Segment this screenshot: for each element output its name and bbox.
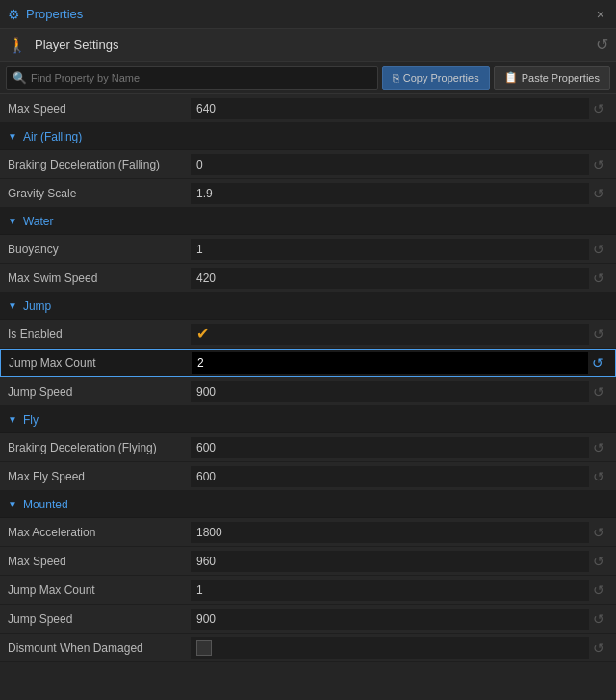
reset-button-water-1[interactable]: ↺ bbox=[589, 269, 608, 288]
prop-label-mounted-3: Jump Speed bbox=[8, 612, 191, 626]
table-row: Jump Speed900↺ bbox=[0, 605, 616, 634]
close-button[interactable]: × bbox=[593, 5, 608, 24]
paste-icon: 📋 bbox=[504, 71, 518, 84]
prop-label-water-1: Max Swim Speed bbox=[8, 272, 191, 285]
table-row: Max Speed 640 ↺ bbox=[0, 94, 616, 123]
prop-checked-icon-jump-0[interactable]: ✔ bbox=[196, 324, 209, 343]
prop-input-jump-1[interactable] bbox=[192, 352, 588, 374]
prop-label-air-falling-0: Braking Deceleration (Falling) bbox=[8, 158, 191, 171]
prop-label-mounted-2: Jump Max Count bbox=[8, 583, 191, 597]
paste-label: Paste Properties bbox=[522, 72, 600, 84]
section-arrow-air-falling: ▼ bbox=[8, 131, 17, 142]
reset-button-fly-0[interactable]: ↺ bbox=[589, 438, 608, 457]
prop-value-mounted-2: 1 bbox=[191, 580, 589, 601]
reset-button-mounted-0[interactable]: ↺ bbox=[589, 523, 608, 542]
table-row: Buoyancy1↺ bbox=[0, 235, 616, 264]
prop-value-fly-1: 600 bbox=[191, 466, 589, 487]
player-icon: 🚶 bbox=[8, 36, 27, 54]
prop-value-mounted-0: 1800 bbox=[191, 522, 589, 543]
table-row: Braking Deceleration (Falling)0↺ bbox=[0, 150, 616, 179]
section-arrow-jump: ▼ bbox=[8, 300, 17, 311]
prop-label-water-0: Buoyancy bbox=[8, 243, 191, 256]
prop-label-maxspeed: Max Speed bbox=[8, 102, 191, 116]
breadcrumb-reset-button[interactable]: ↺ bbox=[596, 36, 608, 54]
prop-value-jump-2: 900 bbox=[191, 381, 589, 402]
prop-label-jump-2: Jump Speed bbox=[8, 385, 191, 399]
properties-icon: ⚙ bbox=[8, 7, 20, 22]
title-bar: ⚙ Properties × bbox=[0, 0, 616, 29]
section-label-water: Water bbox=[23, 215, 54, 228]
reset-button-mounted-2[interactable]: ↺ bbox=[589, 581, 608, 600]
prop-label-mounted-0: Max Acceleration bbox=[8, 526, 191, 539]
table-row: Jump Max Count1↺ bbox=[0, 576, 616, 605]
table-row: Jump Speed900↺ bbox=[0, 377, 616, 406]
section-label-fly: Fly bbox=[23, 413, 38, 427]
reset-button-water-0[interactable]: ↺ bbox=[589, 240, 608, 259]
section-arrow-mounted: ▼ bbox=[8, 499, 17, 509]
search-wrap: 🔍 bbox=[6, 66, 378, 90]
prop-label-mounted-4: Dismount When Damaged bbox=[8, 641, 191, 655]
prop-checkbox-wrap-jump-0: ✔ bbox=[191, 324, 589, 345]
copy-properties-button[interactable]: ⎘ Copy Properties bbox=[382, 66, 490, 90]
table-row: Max Swim Speed420↺ bbox=[0, 264, 616, 293]
table-row: Max Fly Speed600↺ bbox=[0, 462, 616, 491]
table-row: Max Speed960↺ bbox=[0, 547, 616, 576]
copy-icon: ⎘ bbox=[393, 72, 399, 84]
search-icon: 🔍 bbox=[13, 71, 27, 85]
section-label-air-falling: Air (Falling) bbox=[23, 130, 82, 143]
prop-value-maxspeed: 640 bbox=[191, 98, 589, 119]
copy-label: Copy Properties bbox=[403, 72, 479, 84]
table-row: Gravity Scale1.9↺ bbox=[0, 179, 616, 208]
reset-button-air-falling-1[interactable]: ↺ bbox=[589, 184, 608, 203]
section-header-fly[interactable]: ▼ Fly bbox=[0, 406, 616, 433]
section-header-mounted[interactable]: ▼ Mounted bbox=[0, 491, 616, 518]
title-bar-label: Properties bbox=[26, 7, 593, 21]
prop-value-fly-0: 600 bbox=[191, 437, 589, 458]
section-arrow-fly: ▼ bbox=[8, 414, 17, 425]
section-label-mounted: Mounted bbox=[23, 498, 68, 511]
prop-label-jump-0: Is Enabled bbox=[8, 327, 191, 341]
table-row: Is Enabled✔↺ bbox=[0, 320, 616, 349]
section-label-jump: Jump bbox=[23, 299, 51, 313]
properties-content: Max Speed 640 ↺ ▼ Air (Falling)Braking D… bbox=[0, 94, 616, 700]
prop-label-fly-0: Braking Deceleration (Flying) bbox=[8, 441, 191, 454]
reset-button-jump-1[interactable]: ↺ bbox=[588, 353, 607, 373]
breadcrumb-bar: 🚶 Player Settings ↺ bbox=[0, 29, 616, 62]
reset-button-mounted-3[interactable]: ↺ bbox=[589, 609, 608, 629]
prop-label-jump-1: Jump Max Count bbox=[9, 356, 192, 370]
prop-value-air-falling-0: 0 bbox=[191, 154, 589, 175]
prop-value-mounted-3: 900 bbox=[191, 609, 589, 630]
reset-button-fly-1[interactable]: ↺ bbox=[589, 467, 608, 486]
prop-checkbox-wrap-mounted-4 bbox=[191, 637, 589, 659]
prop-label-air-falling-1: Gravity Scale bbox=[8, 187, 191, 200]
prop-label-mounted-1: Max Speed bbox=[8, 555, 191, 568]
reset-button-air-falling-0[interactable]: ↺ bbox=[589, 155, 608, 174]
table-row: Braking Deceleration (Flying)600↺ bbox=[0, 433, 616, 462]
prop-label-fly-1: Max Fly Speed bbox=[8, 470, 191, 483]
prop-value-water-0: 1 bbox=[191, 239, 589, 260]
section-arrow-water: ▼ bbox=[8, 216, 17, 226]
search-input[interactable] bbox=[31, 72, 372, 84]
reset-button-mounted-4[interactable]: ↺ bbox=[589, 638, 608, 658]
section-header-air-falling[interactable]: ▼ Air (Falling) bbox=[0, 123, 616, 150]
sections-container: ▼ Air (Falling)Braking Deceleration (Fal… bbox=[0, 123, 616, 662]
reset-button-mounted-1[interactable]: ↺ bbox=[589, 552, 608, 571]
breadcrumb-title: Player Settings bbox=[35, 38, 596, 52]
paste-properties-button[interactable]: 📋 Paste Properties bbox=[494, 66, 610, 90]
table-row: Jump Max Count↺ bbox=[0, 349, 616, 377]
table-row: Dismount When Damaged↺ bbox=[0, 634, 616, 662]
reset-button-jump-0[interactable]: ↺ bbox=[589, 324, 608, 344]
section-header-water[interactable]: ▼ Water bbox=[0, 208, 616, 235]
reset-button-maxspeed[interactable]: ↺ bbox=[589, 99, 608, 118]
prop-value-water-1: 420 bbox=[191, 268, 589, 289]
prop-value-air-falling-1: 1.9 bbox=[191, 183, 589, 204]
table-row: Max Acceleration1800↺ bbox=[0, 518, 616, 547]
prop-small-checkbox-mounted-4[interactable] bbox=[196, 640, 212, 656]
prop-value-mounted-1: 960 bbox=[191, 551, 589, 572]
reset-button-jump-2[interactable]: ↺ bbox=[589, 382, 608, 402]
toolbar: 🔍 ⎘ Copy Properties 📋 Paste Properties bbox=[0, 62, 616, 94]
section-header-jump[interactable]: ▼ Jump bbox=[0, 293, 616, 320]
